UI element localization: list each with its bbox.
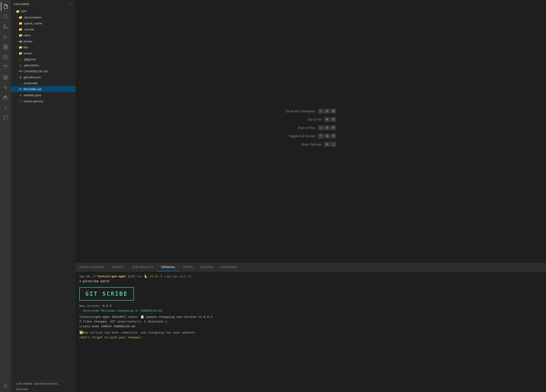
tree-item-devcontainer[interactable]: › 📁 .devcontainer <box>11 14 76 20</box>
tree-item-client[interactable]: › 📁 client <box>11 32 76 38</box>
source-control-icon[interactable] <box>1 22 10 31</box>
svg-rect-6 <box>3 45 5 47</box>
svg-rect-7 <box>6 45 8 47</box>
folder-icon: 📁 <box>19 21 23 25</box>
activity-bar-bottom <box>1 381 10 390</box>
terminal-prompt-line: upp on ⎇ feature/gne-mgmt [x?] via 🐍 v3.… <box>79 274 542 279</box>
docker-icon[interactable] <box>1 93 10 102</box>
term-branch-icon: ⎇ <box>92 274 97 279</box>
term-create-mode: create mode 100644 CHANGELOG.md <box>79 324 135 329</box>
item-label: .gitignore <box>24 57 36 61</box>
sidebar: EXPLORER ··· ▾ 📁 UPP › 📁 .devcontainer ›… <box>11 0 76 392</box>
kbd-group: ^ ⌘ F <box>318 134 336 139</box>
tree-item-pytest-cache[interactable]: › 📁 .pytest_cache <box>11 20 76 26</box>
item-label: .devcontainer <box>24 16 41 19</box>
kbd-p: P <box>331 109 336 114</box>
folder-icon: 📁 <box>19 15 23 19</box>
kbd-p: P <box>331 117 336 122</box>
term-success-icon: ✅ <box>79 330 83 335</box>
kbd-comma: , <box>331 142 336 147</box>
kbd-group: ⌘ P <box>325 117 336 122</box>
svg-rect-18 <box>4 96 5 97</box>
tree-item-k8s[interactable]: › 📁 k8s <box>11 44 76 50</box>
analytics-icon[interactable] <box>1 103 10 112</box>
terminal-warning-line: ✏️ Don't forget to push your changes! <box>79 335 542 340</box>
browser-icon[interactable] <box>1 73 10 82</box>
term-python-icon: 🐍 <box>144 274 150 279</box>
item-label: README.md <box>24 88 41 91</box>
gitlens-icon[interactable] <box>1 83 10 92</box>
outline-item[interactable]: › OUTLINE <box>11 386 76 392</box>
terminal-content[interactable]: upp on ⎇ feature/gne-mgmt [x?] via 🐍 v3.… <box>76 272 546 392</box>
tab-debug-console[interactable]: DEBUG CONSOLE <box>76 263 109 271</box>
main-content: Show All Commands ⇧ ⌘ P Go to File ⌘ P F… <box>76 0 546 392</box>
terminal-commit-line: [feature/gne-mgmt db2b49f] chore: 📋 upda… <box>79 315 542 320</box>
term-files-changed: 2 files changed, 427 insertions(+), 1 de… <box>79 319 167 324</box>
item-label: .vscode <box>24 28 34 31</box>
arrow-icon: › <box>15 15 19 19</box>
folder-icon: 🐳 <box>19 39 23 43</box>
tree-item-docker[interactable]: › 🐳 docker <box>11 38 76 44</box>
tab-test-results[interactable]: TEST RESULTS <box>128 263 157 271</box>
sidebar-header: EXPLORER ··· <box>11 0 76 8</box>
term-warning-icon: ✏️ <box>79 335 81 340</box>
panel-tabs: DEBUG CONSOLE OUTPUT TEST RESULTS TERMIN… <box>76 263 546 272</box>
folder-icon: 📁 <box>19 33 23 37</box>
cmd-label: Show Settings <box>301 143 322 146</box>
tree-item-vscode[interactable]: › 📁 .vscode <box>11 26 76 32</box>
tab-gitlens[interactable]: GITLENS <box>197 263 217 271</box>
file-icon: ∧ <box>19 81 23 85</box>
run-debug-icon[interactable] <box>1 32 10 41</box>
cmd-label: Find in Files <box>298 126 315 130</box>
item-label: version.groovy <box>24 100 43 103</box>
kbd-f: F <box>331 126 336 130</box>
term-new-version-value: 0.0.2 <box>103 304 112 309</box>
test-icon[interactable] <box>1 63 10 72</box>
tree-item-gitscribe[interactable]: › {} gitscribe.json <box>11 74 76 80</box>
term-via: via <box>135 274 144 279</box>
term-python-version: v3.11.3 <box>150 274 162 279</box>
tree-item-skaffold[interactable]: › ∧ skaffold.yaml <box>11 92 76 98</box>
tab-ports[interactable]: PORTS <box>179 263 197 271</box>
item-label: Jenkinsfile <box>24 82 38 85</box>
item-label: docker <box>24 40 32 43</box>
extensions-icon[interactable] <box>1 42 10 52</box>
account-icon[interactable] <box>1 381 10 390</box>
kbd-shift: ⇧ <box>318 126 324 130</box>
term-commit-text: [feature/gne-mgmt db2b49f] chore: 📋 upda… <box>79 315 213 320</box>
chat-icon[interactable] <box>1 113 10 122</box>
live-share-label: LIVE SHARE: SESSION DETAILS <box>16 382 58 385</box>
item-label: gitscribe.json <box>24 76 41 79</box>
folder-arrow-icon: ▾ <box>12 9 16 13</box>
terminal-command-line: ❯ gitscribe patch <box>79 279 542 284</box>
tab-problems[interactable]: PROBLEMS <box>217 263 240 271</box>
tree-item-gitignore[interactable]: › ● .gitignore <box>11 56 76 62</box>
cmd-label: Show All Commands <box>286 109 315 113</box>
arrow-icon: › <box>15 33 19 37</box>
svg-rect-9 <box>3 47 5 49</box>
tree-item-server[interactable]: › 📁 server <box>11 50 76 56</box>
file-icon: ● <box>19 63 23 67</box>
terminal-success-line: ✅ New version has been committed, and ch… <box>79 330 542 335</box>
more-icon[interactable]: ··· <box>70 2 73 6</box>
search-icon[interactable] <box>1 12 10 21</box>
file-icon: {} <box>19 75 23 79</box>
terminal-files-changed-line: 2 files changed, 427 insertions(+), 1 de… <box>79 319 542 324</box>
tree-item-version[interactable]: › ∧ version.groovy <box>11 98 76 104</box>
cmd-settings: Show Settings ⌘ , <box>301 142 336 147</box>
tree-item-changelog[interactable]: › MD CHANGELOG.md <box>11 68 76 74</box>
tab-terminal[interactable]: TERMINAL <box>157 263 179 271</box>
tree-item-jenkinsfile[interactable]: › ∧ Jenkinsfile <box>11 80 76 86</box>
arrow-icon: › <box>15 21 19 25</box>
cmd-show-all: Show All Commands ⇧ ⌘ P <box>286 109 336 114</box>
live-share-item[interactable]: › LIVE SHARE: SESSION DETAILS <box>11 381 76 386</box>
tree-item-readme[interactable]: › MD README.md <box>11 86 76 92</box>
tree-root-folder[interactable]: ▾ 📁 UPP <box>11 8 76 14</box>
tree-item-gitmodules[interactable]: › ● .gitmodules <box>11 62 76 68</box>
tab-output[interactable]: OUTPUT <box>109 263 128 271</box>
files-icon[interactable] <box>1 2 10 11</box>
item-label: skaffold.yaml <box>24 94 41 97</box>
arrow-icon: › <box>15 45 19 49</box>
svg-line-1 <box>6 18 7 19</box>
remote-icon[interactable] <box>1 52 10 62</box>
